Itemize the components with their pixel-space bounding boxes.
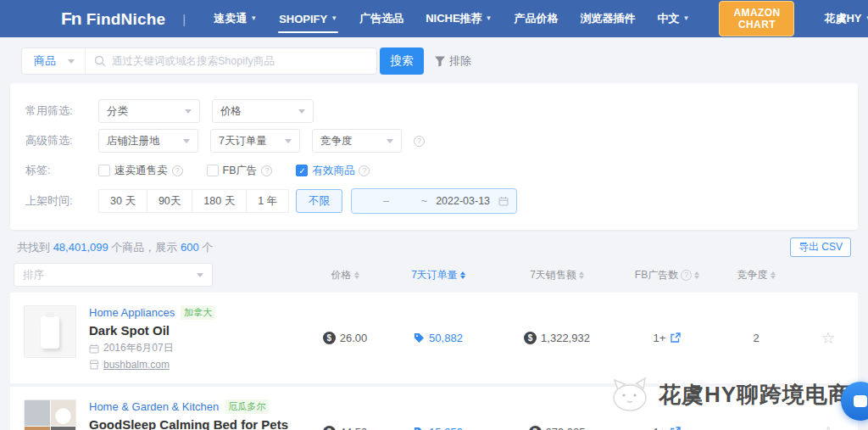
exclude-filter-toggle[interactable]: 排除 <box>434 53 471 69</box>
info-icon[interactable]: ? <box>414 136 425 147</box>
nav-item-product-price[interactable]: 产品价格 <box>504 0 570 37</box>
time-option-90d[interactable]: 90天 <box>147 189 192 213</box>
listed-date: 2016年6月07日 <box>103 341 174 355</box>
shown-count: 600 <box>181 241 199 254</box>
search-icon <box>94 55 106 67</box>
checkbox-fb-ads[interactable]: FB广告 ? <box>207 164 273 178</box>
nav-item-niche-recommend[interactable]: NICHE推荐▼ <box>415 0 503 37</box>
chevron-down-icon <box>298 109 305 114</box>
external-link-icon[interactable] <box>670 332 681 343</box>
results-count: 48,401,099 <box>53 241 108 254</box>
orders-7d-cell: 15,259 <box>383 426 493 430</box>
price-cell: $ 44.50 <box>307 426 383 430</box>
tags-row: 标签: 速卖通售卖 ? FB广告 ? ✓ 有效商品 ? <box>25 159 843 182</box>
date-start-value: – <box>359 195 413 207</box>
chevron-down-icon: ▼ <box>683 15 690 22</box>
time-option-1y[interactable]: 1 年 <box>246 189 289 213</box>
checkbox-icon <box>207 165 219 176</box>
fb-ads-cell: 1+ <box>620 426 714 430</box>
store-domain-link[interactable]: bushbalm.com <box>103 359 170 371</box>
info-icon[interactable]: ? <box>359 165 370 176</box>
advanced-filters-label: 高级筛选: <box>25 133 98 148</box>
float-button-icon <box>854 395 867 407</box>
info-icon[interactable]: ? <box>172 165 183 176</box>
favorite-star-icon[interactable]: ☆ <box>821 424 835 430</box>
results-summary-row: 共找到 48,401,099 个商品，展示 600 个 导出 CSV <box>17 237 851 257</box>
orders-7d-cell: 50,882 <box>383 332 493 344</box>
category-filter-select[interactable]: 分类 <box>98 99 200 123</box>
nav-item-shopify[interactable]: SHOPIFY▼ <box>268 0 348 37</box>
date-range-picker[interactable]: – ~ 2022-03-13 <box>351 188 517 214</box>
column-header-fb-ads[interactable]: FB广告数 ? <box>620 268 714 282</box>
findniche-logo[interactable]: Fn FindNiche <box>61 8 165 29</box>
language-selector[interactable]: 中文▼ <box>647 0 701 37</box>
checkbox-aliexpress-selling[interactable]: 速卖通售卖 ? <box>98 164 183 178</box>
search-bar: 商品 <box>21 47 377 75</box>
chevron-down-icon <box>285 139 292 143</box>
chevron-down-icon <box>183 139 190 143</box>
calendar-icon <box>498 196 509 206</box>
info-icon[interactable]: ? <box>261 165 272 176</box>
top-navbar: Fn FindNiche | 速卖通▼ SHOPIFY▼ 广告选品 NICHE推… <box>0 0 868 37</box>
store-location-select[interactable]: 店铺注册地 <box>98 129 198 153</box>
category-link[interactable]: Home Appliances <box>89 306 175 319</box>
amazon-chart-button[interactable]: AMAZON CHART <box>719 1 794 36</box>
column-header-price[interactable]: 价格 <box>307 268 383 282</box>
sort-icon <box>771 271 776 279</box>
orders-7d-select[interactable]: 7天订单量 <box>210 129 300 153</box>
account-menu[interactable]: 花虞HY▼ <box>813 0 868 37</box>
info-icon[interactable]: ? <box>681 270 692 281</box>
competition-select[interactable]: 竞争度 <box>312 129 402 153</box>
dollar-icon: $ <box>524 332 537 344</box>
nav-item-aliexpress[interactable]: 速卖通▼ <box>203 0 268 37</box>
advanced-filters-row: 高级筛选: 店铺注册地 7天订单量 竞争度 ? <box>25 129 843 153</box>
funnel-icon <box>434 55 446 67</box>
product-title[interactable]: GoodSleep Calming Bed for Pets <box>89 417 288 430</box>
checkbox-checked-icon: ✓ <box>296 165 308 176</box>
bottle-image <box>41 316 59 349</box>
price-filter-select[interactable]: 价格 <box>212 99 314 123</box>
search-input-wrap <box>86 55 376 67</box>
product-thumbnail[interactable] <box>24 305 76 358</box>
sort-icon <box>694 271 699 279</box>
fb-ads-cell: 1+ <box>620 332 714 344</box>
nav-item-ad-picks[interactable]: 广告选品 <box>348 0 415 37</box>
chevron-down-icon <box>68 59 75 64</box>
column-header-competition[interactable]: 竞争度 <box>714 268 798 282</box>
category-link[interactable]: Home & Garden & Kitchen <box>89 400 219 413</box>
chevron-down-icon <box>197 273 203 277</box>
chevron-down-icon: ▼ <box>250 15 257 22</box>
time-option-no-limit[interactable]: 不限 <box>296 189 342 213</box>
search-input[interactable] <box>112 55 368 67</box>
sales-7d-cell: $ 679,025 <box>493 426 620 430</box>
favorite-star-icon[interactable]: ☆ <box>821 330 835 346</box>
logo-text: FindNiche <box>86 10 166 29</box>
nav-item-browser-extension[interactable]: 浏览器插件 <box>570 0 647 37</box>
chevron-down-icon: ▼ <box>865 15 868 22</box>
price-cell: $ 26.00 <box>307 332 383 344</box>
sales-7d-cell: $ 1,322,932 <box>493 332 620 344</box>
tags-label: 标签: <box>25 163 98 178</box>
time-option-180d[interactable]: 180 天 <box>192 189 247 213</box>
sort-icon <box>579 271 584 279</box>
table-row: Home & Garden & Kitchen 厄瓜多尔 GoodSleep C… <box>10 387 858 430</box>
product-title[interactable]: Dark Spot Oil <box>89 323 215 338</box>
calendar-icon <box>89 343 99 354</box>
search-category-select[interactable]: 商品 <box>22 48 86 74</box>
main-nav: 速卖通▼ SHOPIFY▼ 广告选品 NICHE推荐▼ 产品价格 浏览器插件 <box>203 0 646 37</box>
checkbox-valid-product[interactable]: ✓ 有效商品 ? <box>296 164 370 178</box>
chevron-down-icon <box>185 109 192 114</box>
listing-time-row: 上架时间: 30 天 90天 180 天 1 年 不限 – ~ 2022-03-… <box>25 188 843 214</box>
chevron-down-icon: ▼ <box>331 15 337 22</box>
export-csv-button[interactable]: 导出 CSV <box>790 237 851 257</box>
column-header-orders-7d[interactable]: 7天订单量 <box>383 268 493 282</box>
external-link-icon[interactable] <box>670 427 681 430</box>
search-button[interactable]: 搜索 <box>380 47 424 75</box>
column-header-sales-7d[interactable]: 7天销售额 <box>493 268 620 282</box>
sort-select[interactable]: 排序 <box>14 263 213 287</box>
product-thumbnail[interactable] <box>24 399 76 430</box>
time-option-30d[interactable]: 30 天 <box>98 189 147 213</box>
tag-icon <box>414 427 425 430</box>
common-filters-row: 常用筛选: 分类 价格 <box>25 99 843 123</box>
filter-panel: 常用筛选: 分类 价格 高级筛选: 店铺注册地 7天订单量 竞争度 ? 标签: … <box>10 83 858 230</box>
